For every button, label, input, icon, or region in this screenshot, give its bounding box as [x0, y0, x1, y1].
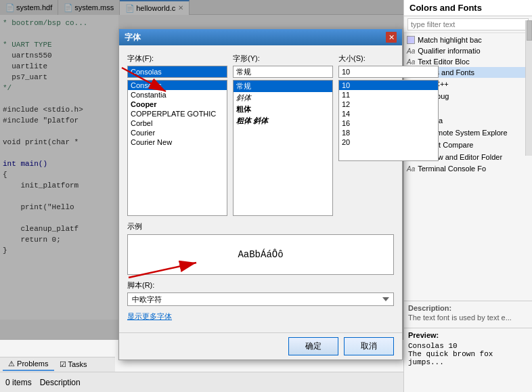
dialog-columns: 字体(F): Consolas Constantia Cooper COPPER… — [127, 53, 394, 216]
font-list-item[interactable]: Courier New — [128, 137, 227, 147]
font-input[interactable] — [127, 66, 227, 78]
size-list-item[interactable]: 14 — [339, 109, 438, 118]
size-list-item[interactable]: 10 — [339, 81, 438, 90]
sample-box: AaBbÁáÔô — [127, 234, 394, 275]
tree-item-label: Match highlight bac — [418, 36, 482, 44]
font-column: 字体(F): Consolas Constantia Cooper COPPER… — [127, 53, 227, 216]
description-label: Description — [40, 378, 81, 387]
problems-bar: ⚠ Problems ☑ Tasks — [0, 357, 115, 372]
style-column-label: 字形(Y): — [233, 53, 333, 64]
tree-scrollbar[interactable] — [525, 20, 532, 156]
size-list-item[interactable]: 12 — [339, 100, 438, 109]
cancel-button[interactable]: 取消 — [344, 337, 394, 355]
preview-line-2: The quick brown fox jumps... — [408, 350, 528, 366]
script-section: 脚本(R): 中欧字符 — [127, 280, 394, 306]
tasks-tab[interactable]: ☑ Tasks — [54, 359, 93, 370]
script-select[interactable]: 中欧字符 — [127, 292, 394, 306]
style-list: 常规 斜体 粗体 粗体 斜体 — [233, 80, 333, 216]
font-list: Consolas Constantia Cooper COPPERPLATE G… — [127, 80, 227, 216]
size-list: 10 11 12 14 16 18 20 — [338, 80, 439, 161]
scrollbar-thumb — [527, 20, 532, 41]
dialog-body: 字体(F): Consolas Constantia Cooper COPPER… — [119, 45, 402, 332]
size-input[interactable] — [338, 66, 439, 78]
size-list-item[interactable]: 20 — [339, 137, 438, 147]
font-list-item[interactable]: Cooper — [128, 100, 227, 109]
description-title: Description: — [408, 304, 528, 312]
font-list-item[interactable]: Courier — [128, 128, 227, 137]
style-list-item[interactable]: 常规 — [234, 81, 332, 92]
tree-item-match-highlight[interactable]: Match highlight bac — [404, 35, 532, 45]
panel-filter-input[interactable] — [407, 18, 529, 30]
items-count: 0 items — [5, 378, 32, 387]
preview-title: Preview: — [408, 331, 528, 339]
description-section: Description: The text font is used by te… — [404, 301, 532, 324]
panel-filter-area — [404, 16, 532, 33]
dialog-close-button[interactable]: ✕ — [386, 32, 397, 43]
font-list-item[interactable]: Consolas — [128, 81, 227, 90]
sample-section: 示例 AaBbÁáÔô — [127, 221, 394, 275]
dialog-buttons: 确定 取消 — [119, 332, 402, 360]
size-list-item[interactable]: 18 — [339, 128, 438, 137]
font-list-item[interactable]: Corbel — [128, 118, 227, 128]
preview-section: Preview: Consolas 10 The quick brown fox… — [404, 328, 532, 392]
size-column: 大小(S): 10 11 12 14 16 18 20 — [338, 53, 439, 216]
description-text: The text font is used by text e... — [408, 313, 528, 322]
sample-label: 示例 — [127, 221, 394, 232]
script-label: 脚本(R): — [127, 280, 394, 290]
size-list-item[interactable]: 16 — [339, 118, 438, 128]
ok-button[interactable]: 确定 — [288, 337, 338, 355]
font-list-item[interactable]: Constantia — [128, 90, 227, 100]
font-dialog: 字体 ✕ 字体(F): Consolas Constantia Cooper C… — [118, 28, 403, 360]
style-input[interactable] — [233, 66, 333, 78]
show-more-fonts-link[interactable]: 显示更多字体 — [127, 311, 394, 322]
size-list-item[interactable]: 11 — [339, 90, 438, 100]
dialog-title: 字体 — [125, 32, 141, 43]
font-list-item[interactable]: COPPERPLATE GOTHIC — [128, 109, 227, 118]
dialog-titlebar: 字体 ✕ — [119, 29, 402, 45]
panel-title: Colors and Fonts — [404, 0, 532, 16]
style-list-item[interactable]: 粗体 斜体 — [234, 115, 332, 127]
font-column-label: 字体(F): — [127, 53, 227, 64]
status-bar: 0 items Description — [0, 372, 403, 392]
tree-item-label: Remote System Explore — [427, 129, 508, 137]
style-list-item[interactable]: 斜体 — [234, 92, 332, 104]
problems-tab[interactable]: ⚠ Problems — [3, 358, 54, 371]
sample-text: AaBbÁáÔô — [238, 249, 283, 260]
style-list-item[interactable]: 粗体 — [234, 104, 332, 115]
preview-line-1: Consolas 10 — [408, 342, 528, 350]
size-column-label: 大小(S): — [338, 53, 439, 64]
color-swatch — [407, 36, 415, 44]
style-column: 字形(Y): 常规 斜体 粗体 粗体 斜体 — [233, 53, 333, 216]
